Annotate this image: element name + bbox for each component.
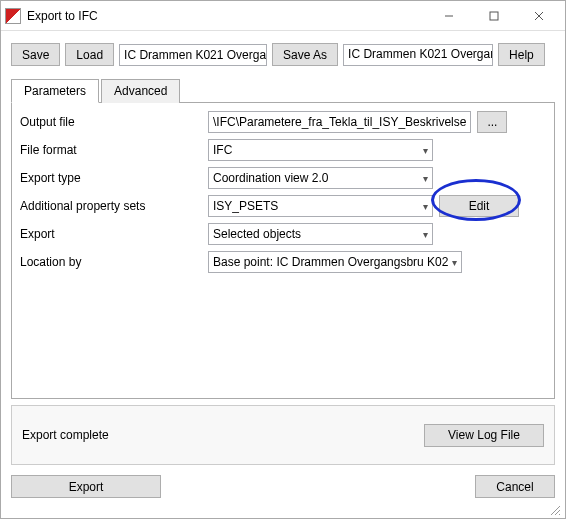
preset-name-field[interactable]: IC Drammen K021 Overgangsbru xyxy=(343,44,493,66)
additional-psets-value: ISY_PSETS xyxy=(213,199,278,213)
export-button[interactable]: Export xyxy=(11,475,161,498)
file-format-label: File format xyxy=(20,143,208,157)
svg-rect-1 xyxy=(490,12,498,20)
maximize-button[interactable] xyxy=(471,1,516,31)
svg-line-4 xyxy=(551,506,560,515)
save-as-button[interactable]: Save As xyxy=(272,43,338,66)
chevron-down-icon: ▾ xyxy=(423,173,428,184)
preset-dropdown[interactable]: IC Drammen K021 Overgang: ﹀ xyxy=(119,44,267,66)
tabs-area: Parameters Advanced Output file \IFC\Par… xyxy=(11,78,555,399)
row-location-by: Location by Base point: IC Drammen Overg… xyxy=(20,251,546,273)
bottom-bar: Export Cancel xyxy=(1,465,565,504)
export-type-label: Export type xyxy=(20,171,208,185)
row-file-format: File format IFC ▾ xyxy=(20,139,546,161)
output-file-label: Output file xyxy=(20,115,208,129)
preset-dropdown-value: IC Drammen K021 Overgang: xyxy=(124,48,267,62)
export-type-dropdown[interactable]: Coordination view 2.0 ▾ xyxy=(208,167,433,189)
additional-psets-label: Additional property sets xyxy=(20,199,208,213)
row-export: Export Selected objects ▾ xyxy=(20,223,546,245)
edit-psets-button[interactable]: Edit xyxy=(439,195,519,217)
additional-psets-dropdown[interactable]: ISY_PSETS ▾ xyxy=(208,195,433,217)
chevron-down-icon: ▾ xyxy=(423,145,428,156)
chevron-down-icon: ▾ xyxy=(423,229,428,240)
tab-advanced[interactable]: Advanced xyxy=(101,79,180,103)
chevron-down-icon: ▾ xyxy=(423,201,428,212)
help-button[interactable]: Help xyxy=(498,43,545,66)
window-title: Export to IFC xyxy=(27,9,98,23)
export-label: Export xyxy=(20,227,208,241)
row-output-file: Output file \IFC\Parametere_fra_Tekla_ti… xyxy=(20,111,546,133)
location-by-label: Location by xyxy=(20,255,208,269)
tab-body: Output file \IFC\Parametere_fra_Tekla_ti… xyxy=(11,103,555,399)
toolbar: Save Load IC Drammen K021 Overgang: ﹀ Sa… xyxy=(1,31,565,78)
export-dropdown[interactable]: Selected objects ▾ xyxy=(208,223,433,245)
export-type-value: Coordination view 2.0 xyxy=(213,171,328,185)
titlebar: Export to IFC xyxy=(1,1,565,31)
status-area: Export complete View Log File xyxy=(11,405,555,465)
status-message: Export complete xyxy=(22,428,109,442)
cancel-button[interactable]: Cancel xyxy=(475,475,555,498)
output-file-input[interactable]: \IFC\Parametere_fra_Tekla_til_ISY_Beskri… xyxy=(208,111,471,133)
row-export-type: Export type Coordination view 2.0 ▾ xyxy=(20,167,546,189)
export-ifc-window: Export to IFC Save Load IC Drammen K021 … xyxy=(0,0,566,519)
tab-parameters[interactable]: Parameters xyxy=(11,79,99,103)
row-additional-psets: Additional property sets ISY_PSETS ▾ Edi… xyxy=(20,195,546,217)
close-button[interactable] xyxy=(516,1,561,31)
app-icon xyxy=(5,8,21,24)
save-button[interactable]: Save xyxy=(11,43,60,66)
minimize-button[interactable] xyxy=(426,1,471,31)
edit-psets-label: Edit xyxy=(469,199,490,213)
load-button[interactable]: Load xyxy=(65,43,114,66)
view-log-button[interactable]: View Log File xyxy=(424,424,544,447)
browse-label: ... xyxy=(487,115,497,129)
location-by-value: Base point: IC Drammen Overgangsbru K02 xyxy=(213,255,448,269)
tabs: Parameters Advanced xyxy=(11,78,555,103)
output-file-value: \IFC\Parametere_fra_Tekla_til_ISY_Beskri… xyxy=(213,115,466,129)
file-format-dropdown[interactable]: IFC ▾ xyxy=(208,139,433,161)
resize-grip[interactable] xyxy=(549,504,565,518)
export-value: Selected objects xyxy=(213,227,301,241)
location-by-dropdown[interactable]: Base point: IC Drammen Overgangsbru K02 … xyxy=(208,251,462,273)
chevron-down-icon: ▾ xyxy=(452,257,457,268)
svg-line-6 xyxy=(559,514,560,515)
file-format-value: IFC xyxy=(213,143,232,157)
browse-button[interactable]: ... xyxy=(477,111,507,133)
